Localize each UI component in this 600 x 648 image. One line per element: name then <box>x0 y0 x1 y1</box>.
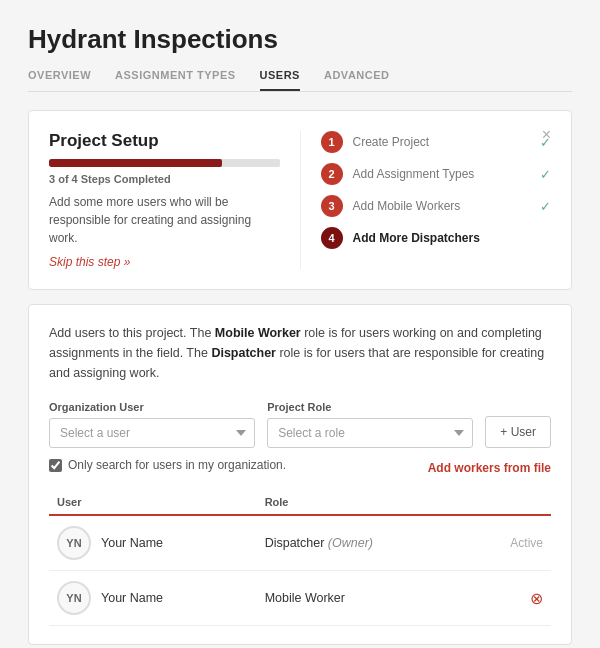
role-owner-0: (Owner) <box>328 536 373 550</box>
setup-right: × 1 Create Project ✓ 2 Add Assignment Ty… <box>300 131 552 269</box>
step-check-3: ✓ <box>540 199 551 214</box>
table-header-row: User Role <box>49 490 551 515</box>
add-user-button[interactable]: + User <box>485 416 551 448</box>
step-circle-2: 2 <box>321 163 343 185</box>
tab-users[interactable]: USERS <box>260 69 300 91</box>
project-setup-card: Project Setup 3 of 4 Steps Completed Add… <box>28 110 572 290</box>
user-name-0: Your Name <box>101 536 163 550</box>
user-cell-1: YN Your Name <box>49 571 257 626</box>
org-search-checkbox[interactable] <box>49 459 62 472</box>
step-item-1: 1 Create Project ✓ <box>321 131 552 153</box>
project-role-group: Project Role Select a role <box>267 401 473 448</box>
skip-step-link[interactable]: Skip this step » <box>49 255 280 269</box>
close-setup-button[interactable]: × <box>542 127 551 143</box>
table-row: YN Your Name Dispatcher (Owner)Active <box>49 515 551 571</box>
page-title: Hydrant Inspections <box>28 24 572 55</box>
step-check-2: ✓ <box>540 167 551 182</box>
tab-assignment-types[interactable]: ASSIGNMENT TYPES <box>115 69 235 91</box>
step-circle-1: 1 <box>321 131 343 153</box>
users-table: User Role YN Your Name Dispatcher (Owner… <box>49 490 551 626</box>
users-table-body: YN Your Name Dispatcher (Owner)Active YN… <box>49 515 551 626</box>
org-user-label: Organization User <box>49 401 255 413</box>
tab-advanced[interactable]: ADVANCED <box>324 69 390 91</box>
add-workers-file-link[interactable]: Add workers from file <box>428 461 551 475</box>
user-cell-inner-0: YN Your Name <box>57 526 249 560</box>
users-intro: Add users to this project. The Mobile Wo… <box>49 323 551 383</box>
nav-tabs: OVERVIEW ASSIGNMENT TYPES USERS ADVANCED <box>28 69 572 92</box>
role-cell-0: Dispatcher (Owner) <box>257 515 469 571</box>
avatar-0: YN <box>57 526 91 560</box>
step-item-2: 2 Add Assignment Types ✓ <box>321 163 552 185</box>
mobile-worker-bold: Mobile Worker <box>215 326 301 340</box>
step-item-4: 4 Add More Dispatchers <box>321 227 552 249</box>
tab-overview[interactable]: OVERVIEW <box>28 69 91 91</box>
col-role: Role <box>257 490 469 515</box>
setup-desc: Add some more users who will be responsi… <box>49 193 280 247</box>
org-search-label: Only search for users in my organization… <box>68 458 286 472</box>
org-user-group: Organization User Select a user <box>49 401 255 448</box>
step-item-3: 3 Add Mobile Workers ✓ <box>321 195 552 217</box>
project-role-select[interactable]: Select a role <box>267 418 473 448</box>
step-label-3: Add Mobile Workers <box>353 199 529 213</box>
table-row: YN Your Name Mobile Worker⊗ <box>49 571 551 626</box>
table-head: User Role <box>49 490 551 515</box>
form-row: Organization User Select a user Project … <box>49 401 551 448</box>
setup-left: Project Setup 3 of 4 Steps Completed Add… <box>49 131 280 269</box>
step-label-2: Add Assignment Types <box>353 167 529 181</box>
step-label-4: Add More Dispatchers <box>353 231 552 245</box>
dispatcher-bold: Dispatcher <box>211 346 276 360</box>
page-wrapper: Hydrant Inspections OVERVIEW ASSIGNMENT … <box>0 0 600 648</box>
col-user: User <box>49 490 257 515</box>
user-cell-inner-1: YN Your Name <box>57 581 249 615</box>
status-active-0: Active <box>510 536 543 550</box>
progress-bar-container <box>49 159 280 167</box>
step-label-1: Create Project <box>353 135 529 149</box>
user-name-1: Your Name <box>101 591 163 605</box>
action-cell-0: Active <box>468 515 551 571</box>
users-card: Add users to this project. The Mobile Wo… <box>28 304 572 645</box>
setup-title: Project Setup <box>49 131 280 151</box>
remove-user-icon-1[interactable]: ⊗ <box>530 590 543 607</box>
checkbox-file-row: Only search for users in my organization… <box>49 458 551 478</box>
project-role-label: Project Role <box>267 401 473 413</box>
steps-label: 3 of 4 Steps Completed <box>49 173 280 185</box>
progress-bar-fill <box>49 159 222 167</box>
col-action <box>468 490 551 515</box>
step-circle-3: 3 <box>321 195 343 217</box>
action-cell-1: ⊗ <box>468 571 551 626</box>
role-text-0: Dispatcher <box>265 536 325 550</box>
org-search-checkbox-row: Only search for users in my organization… <box>49 458 286 472</box>
step-circle-4: 4 <box>321 227 343 249</box>
role-text-1: Mobile Worker <box>265 591 345 605</box>
org-user-select[interactable]: Select a user <box>49 418 255 448</box>
user-cell-0: YN Your Name <box>49 515 257 571</box>
role-cell-1: Mobile Worker <box>257 571 469 626</box>
avatar-1: YN <box>57 581 91 615</box>
